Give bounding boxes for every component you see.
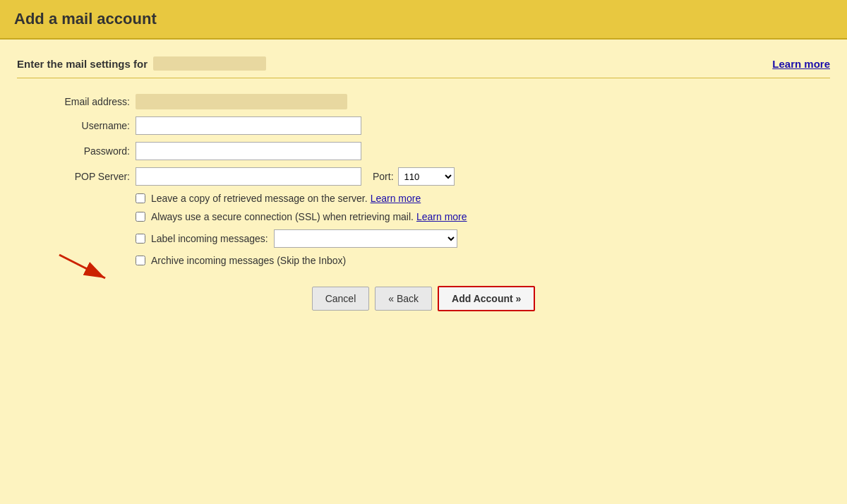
button-row: Cancel « Back Add Account » [38, 286, 809, 311]
email-display-value [153, 56, 266, 71]
checkbox4-label: Archive incoming messages (Skip the Inbo… [151, 255, 346, 266]
checkbox2-label: Always use a secure connection (SSL) whe… [151, 211, 414, 222]
checkbox1-learn-more[interactable]: Learn more [371, 193, 421, 204]
form-area: Email address: Username: Password: POP S… [17, 91, 830, 314]
checkbox1-input[interactable] [136, 193, 145, 203]
add-account-button[interactable]: Add Account » [438, 286, 535, 311]
checkbox1-label: Leave a copy of retrieved message on the… [151, 193, 368, 204]
content-area: Enter the mail settings for Learn more E… [0, 40, 847, 325]
subtitle-text: Enter the mail settings for [17, 58, 148, 70]
password-label: Password: [38, 145, 130, 157]
checkbox2-learn-more[interactable]: Learn more [416, 211, 467, 222]
username-input[interactable] [136, 116, 361, 135]
email-address-label: Email address: [38, 96, 130, 107]
checkbox2-input[interactable] [136, 212, 145, 222]
email-address-value [136, 94, 347, 109]
username-row: Username: [38, 116, 809, 135]
subtitle-row: Enter the mail settings for Learn more [17, 51, 830, 78]
port-label: Port: [373, 171, 394, 182]
checkbox3-label: Label incoming messages: [151, 233, 268, 244]
password-input[interactable] [136, 142, 361, 160]
username-label: Username: [38, 120, 130, 131]
email-address-row: Email address: [38, 94, 809, 109]
cancel-button[interactable]: Cancel [312, 287, 370, 311]
password-row: Password: [38, 142, 809, 160]
pop-server-input[interactable] [136, 167, 361, 186]
checkbox3-input[interactable] [136, 234, 145, 244]
svg-line-2 [59, 255, 105, 278]
checkbox3-row: Label incoming messages: [136, 229, 809, 248]
checkbox4-row: Archive incoming messages (Skip the Inbo… [136, 255, 809, 266]
checkbox2-row: Always use a secure connection (SSL) whe… [136, 211, 809, 222]
pop-server-label: POP Server: [38, 171, 130, 182]
checkbox1-row: Leave a copy of retrieved message on the… [136, 193, 809, 204]
page-container: Add a mail account Enter the mail settin… [0, 0, 847, 504]
page-title: Add a mail account [14, 10, 157, 28]
checkbox4-input[interactable] [136, 256, 145, 265]
back-button[interactable]: « Back [375, 287, 432, 311]
learn-more-link[interactable]: Learn more [772, 58, 830, 70]
port-select[interactable]: 110 995 [398, 167, 455, 186]
pop-server-row: POP Server: Port: 110 995 [38, 167, 809, 186]
header: Add a mail account [0, 0, 847, 40]
label-incoming-select[interactable] [274, 229, 457, 248]
